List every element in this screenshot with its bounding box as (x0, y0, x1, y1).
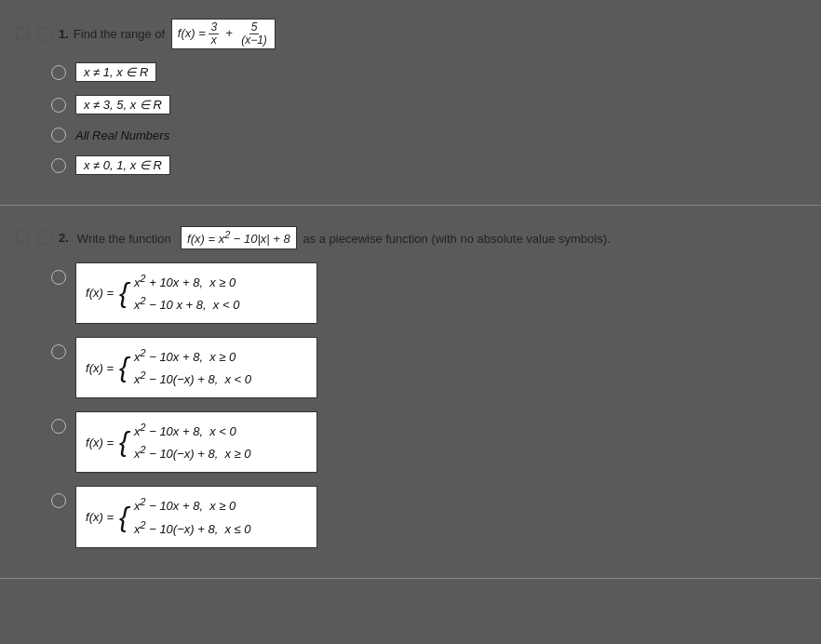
q2-radio-4[interactable] (51, 493, 66, 508)
question-1-text: Find the range of f(x) = 3x + 5(x−1) (74, 19, 278, 49)
q2-radio-3[interactable] (51, 419, 66, 434)
q1-option-3-label: All Real Numbers (75, 128, 169, 142)
q2-option-1-label: f(x) = { x2 + 10x + 8, x ≥ 0 x2 − 10 x +… (75, 262, 317, 324)
q1-option-4[interactable]: x ≠ 0, 1, x ∈ R (51, 155, 807, 175)
q1-option-3[interactable]: All Real Numbers (51, 127, 807, 142)
question-2-text: Write the function f(x) = x2 − 10|x| + 8… (77, 226, 611, 248)
bookmark-icon-q2[interactable] (14, 230, 31, 247)
q2-option-1[interactable]: f(x) = { x2 + 10x + 8, x ≥ 0 x2 − 10 x +… (51, 262, 807, 324)
q1-radio-4[interactable] (51, 158, 66, 173)
question-2-block: 2. Write the function f(x) = x2 − 10|x| … (0, 217, 821, 578)
q1-option-2[interactable]: x ≠ 3, 5, x ∈ R (51, 95, 807, 114)
q2-radio-2[interactable] (51, 344, 66, 359)
question-1-block: 1. Find the range of f(x) = 3x + 5(x−1) … (0, 9, 821, 206)
question-2-options: f(x) = { x2 + 10x + 8, x ≥ 0 x2 − 10 x +… (14, 262, 807, 548)
q1-option-1-label: x ≠ 1, x ∈ R (75, 62, 156, 82)
question-1-number: 1. (59, 27, 69, 41)
q1-radio-1[interactable] (51, 65, 66, 80)
main-container: 1. Find the range of f(x) = 3x + 5(x−1) … (0, 0, 821, 588)
question-2-number: 2. (59, 231, 69, 245)
q1-option-2-label: x ≠ 3, 5, x ∈ R (75, 95, 170, 114)
question-1-options: x ≠ 1, x ∈ R x ≠ 3, 5, x ∈ R All Real Nu… (14, 62, 807, 175)
q1-radio-2[interactable] (51, 98, 66, 113)
collapse-icon-q2[interactable] (36, 230, 53, 247)
question-1-header: 1. Find the range of f(x) = 3x + 5(x−1) (14, 19, 807, 49)
q2-option-2-label: f(x) = { x2 − 10x + 8, x ≥ 0 x2 − 10(−x)… (75, 337, 317, 398)
q1-radio-3[interactable] (51, 127, 66, 142)
q2-radio-1[interactable] (51, 270, 66, 285)
collapse-icon-q1[interactable] (36, 26, 53, 43)
question-2-header: 2. Write the function f(x) = x2 − 10|x| … (14, 226, 807, 248)
question-2-formula: f(x) = x2 − 10|x| + 8 (181, 226, 297, 248)
q1-option-1[interactable]: x ≠ 1, x ∈ R (51, 62, 807, 82)
q1-option-4-label: x ≠ 0, 1, x ∈ R (75, 155, 170, 175)
q2-option-2[interactable]: f(x) = { x2 − 10x + 8, x ≥ 0 x2 − 10(−x)… (51, 337, 807, 398)
q2-option-4[interactable]: f(x) = { x2 − 10x + 8, x ≥ 0 x2 − 10(−x)… (51, 486, 807, 547)
question-1-formula: f(x) = 3x + 5(x−1) (171, 19, 276, 49)
q2-option-3-label: f(x) = { x2 − 10x + 8, x < 0 x2 − 10(−x)… (75, 411, 317, 473)
bookmark-icon-q1[interactable] (14, 26, 31, 43)
q2-option-4-label: f(x) = { x2 − 10x + 8, x ≥ 0 x2 − 10(−x)… (75, 486, 317, 547)
q2-option-3[interactable]: f(x) = { x2 − 10x + 8, x < 0 x2 − 10(−x)… (51, 411, 807, 473)
